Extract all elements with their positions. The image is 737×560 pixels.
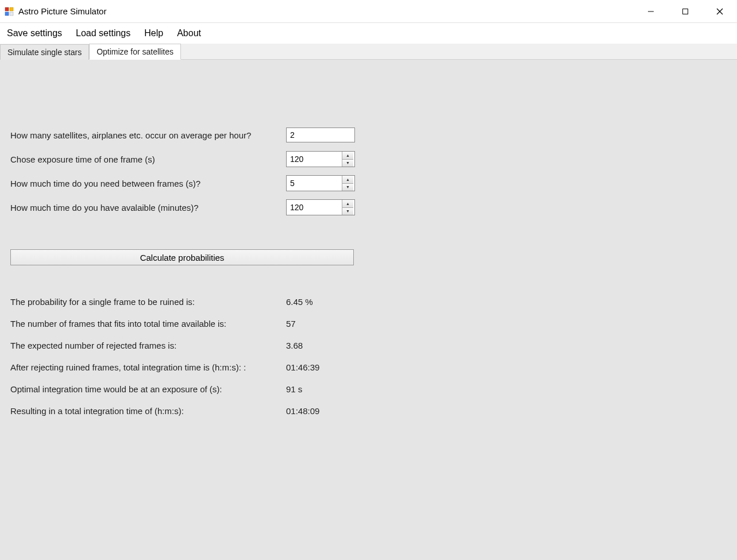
result-frames: The number of frames that fits into tota…: [10, 312, 737, 334]
input-occurrences[interactable]: [286, 128, 355, 142]
row-exposure: Chose exposure time of one frame (s) ▲ ▼: [10, 147, 737, 171]
spin-up-available[interactable]: ▲: [342, 200, 353, 208]
spin-down-available[interactable]: ▼: [342, 208, 353, 215]
value-frames: 57: [286, 319, 296, 329]
label-exposure: Chose exposure time of one frame (s): [10, 155, 286, 164]
value-total: 01:48:09: [286, 406, 319, 416]
result-total: Resulting in a total integration time of…: [10, 400, 737, 422]
spin-up-exposure[interactable]: ▲: [342, 152, 353, 160]
numeric-exposure: ▲ ▼: [286, 151, 355, 167]
tab-optimize-for-satellites[interactable]: Optimize for satellites: [89, 44, 181, 60]
menu-save-settings[interactable]: Save settings: [7, 28, 62, 38]
row-between: How much time do you need between frames…: [10, 171, 737, 195]
label-frames: The number of frames that fits into tota…: [10, 319, 286, 329]
content-panel: How many satellites, airplanes etc. occu…: [0, 60, 737, 560]
spin-up-between[interactable]: ▲: [342, 176, 353, 184]
input-available[interactable]: [287, 200, 342, 215]
window-controls: [634, 0, 737, 22]
label-available: How much time do you have avalaible (min…: [10, 203, 286, 213]
results-section: The probability for a single frame to be…: [10, 291, 737, 422]
label-probability: The probability for a single frame to be…: [10, 297, 286, 307]
close-button[interactable]: [703, 0, 737, 23]
menubar: Save settings Load settings Help About: [0, 23, 737, 44]
svg-rect-2: [5, 12, 9, 16]
spin-exposure: ▲ ▼: [342, 152, 353, 167]
result-integration: After rejecting ruined frames, total int…: [10, 356, 737, 378]
svg-rect-5: [683, 9, 688, 14]
svg-rect-0: [5, 7, 9, 11]
calculate-button[interactable]: Calculate probabilities: [10, 249, 354, 265]
label-between: How much time do you need between frames…: [10, 179, 286, 188]
svg-rect-1: [10, 7, 13, 11]
menu-load-settings[interactable]: Load settings: [76, 28, 130, 38]
input-exposure[interactable]: [287, 152, 342, 167]
spin-down-between[interactable]: ▼: [342, 184, 353, 191]
value-optimal: 91 s: [286, 384, 302, 394]
result-rejected: The expected number of rejected frames i…: [10, 334, 737, 356]
label-optimal: Optimal integration time would be at an …: [10, 384, 286, 394]
row-available: How much time do you have avalaible (min…: [10, 195, 737, 219]
maximize-button[interactable]: [668, 0, 703, 23]
spin-down-exposure[interactable]: ▼: [342, 160, 353, 167]
spin-available: ▲ ▼: [342, 200, 353, 215]
value-probability: 6.45 %: [286, 297, 313, 307]
menu-about[interactable]: About: [177, 28, 201, 38]
input-between[interactable]: [287, 176, 342, 191]
result-optimal: Optimal integration time would be at an …: [10, 378, 737, 400]
numeric-available: ▲ ▼: [286, 199, 355, 215]
label-total: Resulting in a total integration time of…: [10, 406, 286, 416]
minimize-button[interactable]: [634, 0, 668, 23]
row-occurrences: How many satellites, airplanes etc. occu…: [10, 123, 737, 147]
label-occurrences: How many satellites, airplanes etc. occu…: [10, 130, 286, 140]
app-icon: [5, 7, 14, 16]
titlebar: Astro Picture Simulator: [0, 0, 737, 23]
value-rejected: 3.68: [286, 341, 303, 350]
label-rejected: The expected number of rejected frames i…: [10, 341, 286, 350]
value-integration: 01:46:39: [286, 362, 319, 372]
menu-help[interactable]: Help: [144, 28, 163, 38]
numeric-between: ▲ ▼: [286, 175, 355, 191]
window-title: Astro Picture Simulator: [18, 6, 106, 16]
tab-simulate-single-stars[interactable]: Simulate single stars: [0, 44, 89, 60]
result-probability: The probability for a single frame to be…: [10, 291, 737, 312]
spin-between: ▲ ▼: [342, 176, 353, 191]
tabstrip: Simulate single stars Optimize for satel…: [0, 44, 737, 60]
svg-rect-3: [10, 12, 13, 16]
label-integration: After rejecting ruined frames, total int…: [10, 362, 286, 372]
